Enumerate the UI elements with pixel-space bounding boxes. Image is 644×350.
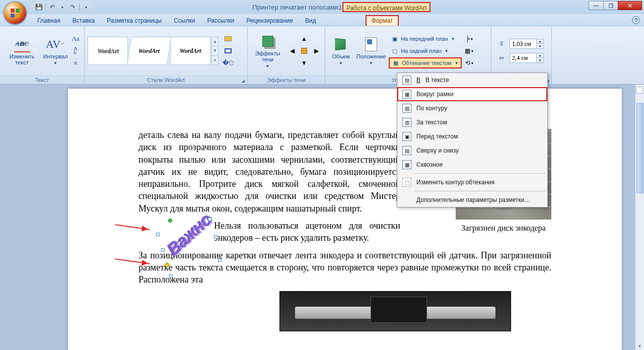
wrap-front-icon: ▣ <box>402 132 411 141</box>
wrap-inline-item[interactable]: ▤В В тексте <box>397 73 547 87</box>
title-bar: 💾 ↶ ▼ ↷ ▼ Принтер печатает полосами1 - M… <box>0 0 644 14</box>
redo-icon[interactable]: ↷ <box>68 3 77 12</box>
nudge-shadow-left-icon[interactable]: ◀ <box>287 45 298 56</box>
wrap-inline-icon: ▤ <box>402 76 411 85</box>
spin-up-icon[interactable]: ▲ <box>536 39 543 44</box>
wrap-behind-icon: ▥ <box>402 118 411 127</box>
vertical-text-icon[interactable]: Ab <box>70 45 81 56</box>
edit-wrap-points-item[interactable]: ⬚Изменить контур обтекания <box>397 175 547 189</box>
volume-button[interactable]: Объем▼ <box>328 29 353 73</box>
close-button[interactable]: ✕ <box>618 1 642 10</box>
tab-view[interactable]: Вид <box>299 15 322 26</box>
align-button[interactable]: ╞▾ <box>464 33 475 44</box>
paragraph: Нельзя пользоваться ацетоном для очистки… <box>214 220 400 244</box>
group-button[interactable]: ▦▾ <box>464 45 475 56</box>
wrap-tight-icon: ▨ <box>402 104 411 113</box>
wordart-styles-gallery[interactable]: WordArt WordArt WordArt ▲▼▾ <box>88 37 219 65</box>
height-icon: ⇕ <box>496 39 507 49</box>
adjustment-handle[interactable] <box>164 262 170 267</box>
height-spinner[interactable]: ▲▼ <box>510 39 544 49</box>
vertical-scrollbar[interactable]: ▲ ▼ <box>635 85 644 350</box>
tab-mailings[interactable]: Рассылки <box>201 15 240 26</box>
nudge-shadow-down-icon[interactable]: ▼ <box>299 57 310 68</box>
rotation-handle[interactable] <box>168 219 172 223</box>
wrap-through-icon: ▩ <box>402 160 411 169</box>
wrap-square-item[interactable]: ▦Вокруг рамки <box>397 87 547 101</box>
position-icon <box>363 36 379 52</box>
wrap-through-item[interactable]: ▩Сквозное <box>397 158 547 172</box>
shape-outline-icon[interactable] <box>223 45 234 56</box>
ruler-toggle[interactable] <box>636 87 643 94</box>
help-icon[interactable]: ? <box>632 16 640 24</box>
resize-handle[interactable] <box>161 248 165 252</box>
undo-dropdown-icon[interactable]: ▼ <box>58 3 67 12</box>
gallery-scroll[interactable]: ▲▼▾ <box>211 37 219 65</box>
minimize-button[interactable]: — <box>589 1 604 10</box>
nudge-shadow-right-icon[interactable]: ▶ <box>311 45 322 56</box>
height-input[interactable] <box>510 41 536 47</box>
edit-text-button[interactable]: ABC Изменить текст <box>3 29 41 73</box>
tab-page-layout[interactable]: Разметка страницы <box>101 15 168 26</box>
save-icon[interactable]: 💾 <box>34 3 43 12</box>
wordart-style-3[interactable]: WordArt <box>170 37 210 65</box>
office-button[interactable] <box>3 1 27 25</box>
dialog-launcher-icon[interactable]: ◢ <box>240 78 246 84</box>
ribbon-tabs: Главная Вставка Разметка страницы Ссылки… <box>0 14 644 26</box>
resize-handle[interactable] <box>169 274 173 278</box>
resize-handle[interactable] <box>208 218 211 221</box>
bring-to-front-button[interactable]: ▣На передний план▼ <box>389 33 461 44</box>
wrap-tight-item[interactable]: ▨По контуру <box>397 101 547 115</box>
nudge-shadow-up-icon[interactable]: ▲ <box>299 33 310 44</box>
edit-points-icon: ⬚ <box>402 178 411 187</box>
shape-fill-icon[interactable] <box>223 33 234 44</box>
more-layout-options-item[interactable]: Дополнительные параметры разметки… <box>397 193 547 207</box>
text-wrapping-menu: ▤В В тексте ▦Вокруг рамки ▨По контуру ▥З… <box>397 73 548 207</box>
bring-front-icon: ▣ <box>391 35 399 43</box>
tab-insert[interactable]: Вставка <box>66 15 101 26</box>
send-to-back-button[interactable]: ▢На задний план▼ <box>389 45 461 56</box>
tab-references[interactable]: Ссылки <box>168 15 201 26</box>
paragraph: деталь слева на валу подачи бумаги, пред… <box>138 129 400 215</box>
tab-home[interactable]: Главная <box>31 15 66 26</box>
change-shape-icon[interactable]: �⬡ <box>223 57 234 68</box>
scroll-down-icon[interactable]: ▼ <box>636 342 644 350</box>
restore-button[interactable]: ❐ <box>603 1 618 10</box>
text-wrapping-button[interactable]: ▦Обтекание текстом▼ <box>389 57 461 68</box>
resize-handle[interactable] <box>156 233 160 236</box>
even-height-icon[interactable]: Aa <box>70 33 81 44</box>
spacing-icon: AV↔ <box>47 36 63 52</box>
wordart-style-1[interactable]: WordArt <box>88 37 128 65</box>
spin-up-icon[interactable]: ▲ <box>536 53 543 58</box>
width-spinner[interactable]: ▲▼ <box>510 53 544 63</box>
shadow-effects-button[interactable]: Эффекты тени▼ <box>251 29 284 73</box>
spin-down-icon[interactable]: ▼ <box>536 58 543 62</box>
wrap-behind-item[interactable]: ▥За текстом <box>397 115 547 129</box>
tab-review[interactable]: Рецензирование <box>240 15 299 26</box>
spin-down-icon[interactable]: ▼ <box>536 44 543 48</box>
scrollbar-thumb[interactable] <box>636 103 643 193</box>
position-button[interactable]: Положение▼ <box>354 29 388 73</box>
width-input[interactable] <box>510 55 536 61</box>
qat-customize-icon[interactable]: ▼ <box>82 3 91 12</box>
group-label-text: Текст <box>0 76 84 84</box>
wrap-icon: ▦ <box>392 59 400 67</box>
wrap-front-item[interactable]: ▣Перед текстом <box>397 129 547 144</box>
group-label-shadow: Эффекты тени <box>248 76 325 84</box>
wrap-topbottom-item[interactable]: ▤Сверху и снизу <box>397 144 547 158</box>
rotate-button[interactable]: ⟲▾ <box>464 57 475 68</box>
width-icon: ⇔ <box>496 53 507 63</box>
resize-handle[interactable] <box>214 235 218 239</box>
group-label-styles: Стили WordArt◢ <box>85 76 247 84</box>
undo-icon[interactable]: ↶ <box>48 3 57 12</box>
shadow-toggle-icon[interactable] <box>299 45 310 56</box>
align-text-icon[interactable]: ≡ <box>70 57 81 68</box>
spacing-button[interactable]: AV↔ Интервал▼ <box>43 29 68 73</box>
three-d-icon <box>333 36 349 52</box>
wordart-style-2[interactable]: WordArt <box>127 37 171 65</box>
tab-format[interactable]: Формат <box>366 15 399 26</box>
embedded-image-printer[interactable] <box>279 291 511 331</box>
resize-handle[interactable] <box>218 258 222 262</box>
contextual-tab-label: Работа с объектами WordArt <box>342 2 431 12</box>
quick-access-toolbar: 💾 ↶ ▼ ↷ ▼ <box>30 2 95 13</box>
wordart-object[interactable]: Важно <box>156 221 222 276</box>
